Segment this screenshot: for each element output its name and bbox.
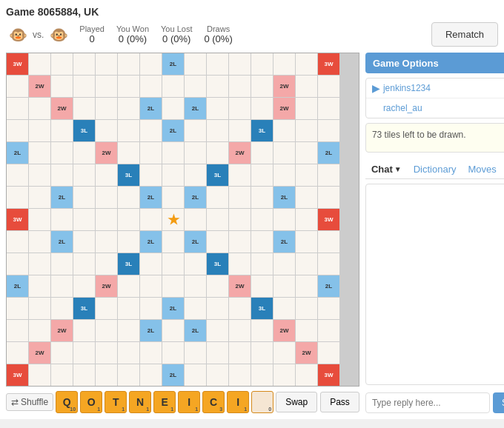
board-cell[interactable] <box>73 342 95 364</box>
board-cell[interactable] <box>162 76 184 97</box>
board-cell[interactable] <box>29 142 50 164</box>
board-cell[interactable] <box>318 76 339 97</box>
board-cell[interactable] <box>162 342 184 364</box>
board-cell[interactable] <box>229 298 251 319</box>
board-cell[interactable] <box>29 187 50 208</box>
board-cell[interactable] <box>229 364 251 386</box>
board-cell[interactable]: 2W <box>273 76 295 97</box>
rack-tile[interactable]: O1 <box>80 391 102 413</box>
board-cell[interactable]: 2W <box>51 98 73 119</box>
rematch-button[interactable]: Rematch <box>431 22 498 47</box>
board-cell[interactable] <box>51 298 73 319</box>
moves-tab[interactable]: Moves <box>462 160 502 178</box>
board-cell[interactable] <box>73 209 95 230</box>
board-cell[interactable] <box>251 187 273 208</box>
board-cell[interactable]: 2L <box>185 320 206 341</box>
board-cell[interactable]: 2W <box>273 98 295 119</box>
board-cell[interactable] <box>318 253 339 275</box>
board-cell[interactable]: 2W <box>229 142 251 164</box>
board-cell[interactable] <box>318 164 339 186</box>
board-cell[interactable] <box>318 120 339 141</box>
board-cell[interactable]: 2W <box>29 342 50 364</box>
board-cell[interactable] <box>318 98 339 119</box>
dictionary-tab[interactable]: Dictionary <box>408 160 462 178</box>
pass-button[interactable]: Pass <box>320 392 359 412</box>
board-cell[interactable] <box>29 275 50 297</box>
board-cell[interactable]: 2W <box>96 275 117 297</box>
board-cell[interactable]: 3L <box>73 120 95 141</box>
board-cell[interactable] <box>273 120 295 141</box>
board-cell[interactable] <box>296 298 317 319</box>
board-cell[interactable] <box>207 342 228 364</box>
board-cell[interactable] <box>140 253 162 275</box>
board-cell[interactable]: 3W <box>318 364 339 386</box>
board-cell[interactable] <box>96 342 117 364</box>
board-cell[interactable] <box>185 364 206 386</box>
board-cell[interactable] <box>96 120 117 141</box>
board-cell[interactable] <box>140 142 162 164</box>
board-cell[interactable] <box>273 342 295 364</box>
board-cell[interactable] <box>296 53 317 75</box>
board-cell[interactable] <box>118 53 139 75</box>
board-cell[interactable] <box>207 231 228 253</box>
board-cell[interactable] <box>29 53 50 75</box>
board-cell[interactable] <box>296 209 317 230</box>
board-cell[interactable]: 2L <box>185 231 206 253</box>
board-cell[interactable] <box>296 98 317 119</box>
board-cell[interactable] <box>162 164 184 186</box>
board-cell[interactable] <box>318 231 339 253</box>
board-cell[interactable] <box>96 76 117 97</box>
board-cell[interactable] <box>140 364 162 386</box>
board-cell[interactable] <box>118 298 139 319</box>
board-cell[interactable]: 2W <box>51 320 73 341</box>
board-cell[interactable] <box>51 120 73 141</box>
board-cell[interactable] <box>207 298 228 319</box>
board-cell[interactable]: 2L <box>140 231 162 253</box>
board-cell[interactable]: 2W <box>229 275 251 297</box>
board-cell[interactable] <box>251 320 273 341</box>
board-cell[interactable] <box>185 53 206 75</box>
board-cell[interactable] <box>73 364 95 386</box>
board-cell[interactable] <box>251 98 273 119</box>
board-cell[interactable] <box>207 209 228 230</box>
board-cell[interactable] <box>29 120 50 141</box>
board-cell[interactable] <box>318 320 339 341</box>
board-cell[interactable] <box>296 364 317 386</box>
board-cell[interactable] <box>29 98 50 119</box>
board-cell[interactable]: 3W <box>318 209 339 230</box>
board-cell[interactable]: 3L <box>118 253 139 275</box>
board-cell[interactable] <box>140 342 162 364</box>
board-cell[interactable] <box>73 253 95 275</box>
board-cell[interactable] <box>140 76 162 97</box>
board-cell[interactable]: 2W <box>96 142 117 164</box>
board-cell[interactable] <box>118 76 139 97</box>
board-cell[interactable] <box>51 53 73 75</box>
board-cell[interactable] <box>296 142 317 164</box>
board-cell[interactable] <box>229 253 251 275</box>
board-cell[interactable] <box>29 253 50 275</box>
board-cell[interactable] <box>296 76 317 97</box>
board-cell[interactable]: 2L <box>273 187 295 208</box>
board-cell[interactable] <box>51 342 73 364</box>
board-cell[interactable]: 3L <box>207 253 228 275</box>
board-cell[interactable] <box>273 142 295 164</box>
board-cell[interactable] <box>162 98 184 119</box>
board-cell[interactable] <box>229 342 251 364</box>
board-cell[interactable] <box>296 164 317 186</box>
rack-tile[interactable]: Q10 <box>56 391 78 413</box>
board-cell[interactable] <box>7 320 28 341</box>
shuffle-button[interactable]: ⇄ Shuffle <box>6 393 53 411</box>
board-cell[interactable] <box>73 142 95 164</box>
board-cell[interactable] <box>140 120 162 141</box>
board-cell[interactable]: 2L <box>140 98 162 119</box>
board-cell[interactable]: 2L <box>185 98 206 119</box>
board-cell[interactable] <box>118 120 139 141</box>
board-cell[interactable] <box>51 164 73 186</box>
board-cell[interactable] <box>73 164 95 186</box>
board-cell[interactable]: 2W <box>296 342 317 364</box>
board-cell[interactable] <box>118 320 139 341</box>
board-cell[interactable] <box>251 76 273 97</box>
board-cell[interactable] <box>29 209 50 230</box>
board-cell[interactable] <box>118 364 139 386</box>
board-cell[interactable] <box>251 164 273 186</box>
